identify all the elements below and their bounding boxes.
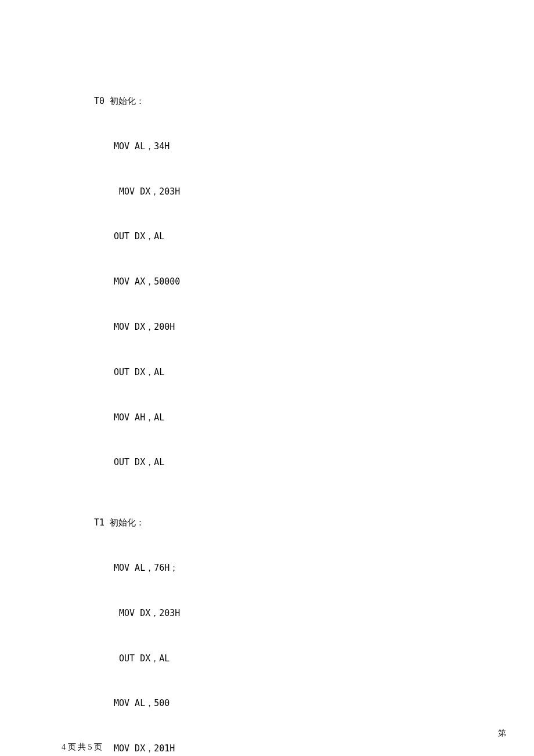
t1-label: T1 初始化： bbox=[67, 516, 472, 531]
code-line: MOV DX，203H bbox=[67, 185, 472, 200]
code-line: OUT DX，AL bbox=[67, 365, 472, 380]
code-line: MOV DX，200H bbox=[67, 320, 472, 335]
code-line: MOV AL，76H； bbox=[67, 561, 472, 576]
t0-label: T0 初始化： bbox=[67, 94, 472, 109]
code-line: MOV AX，50000 bbox=[67, 275, 472, 290]
footer-page-marker-right: 第 bbox=[498, 728, 506, 739]
assembly-code-block: T0 初始化： MOV AL，34H MOV DX，203H OUT DX，AL… bbox=[67, 64, 472, 756]
code-line: MOV AH，AL bbox=[67, 411, 472, 426]
code-line: MOV AL，34H bbox=[67, 139, 472, 154]
code-line: OUT DX，AL bbox=[67, 455, 472, 470]
page-content: T0 初始化： MOV AL，34H MOV DX，203H OUT DX，AL… bbox=[0, 0, 534, 756]
code-line: MOV AL，500 bbox=[67, 696, 472, 711]
code-line: MOV DX，201H bbox=[67, 741, 472, 756]
code-line: MOV DX，203H bbox=[67, 606, 472, 621]
code-line: OUT DX，AL bbox=[67, 229, 472, 244]
footer-page-marker-left: 4 页 共 5 页 bbox=[62, 742, 102, 753]
code-line: OUT DX，AL bbox=[67, 651, 472, 667]
